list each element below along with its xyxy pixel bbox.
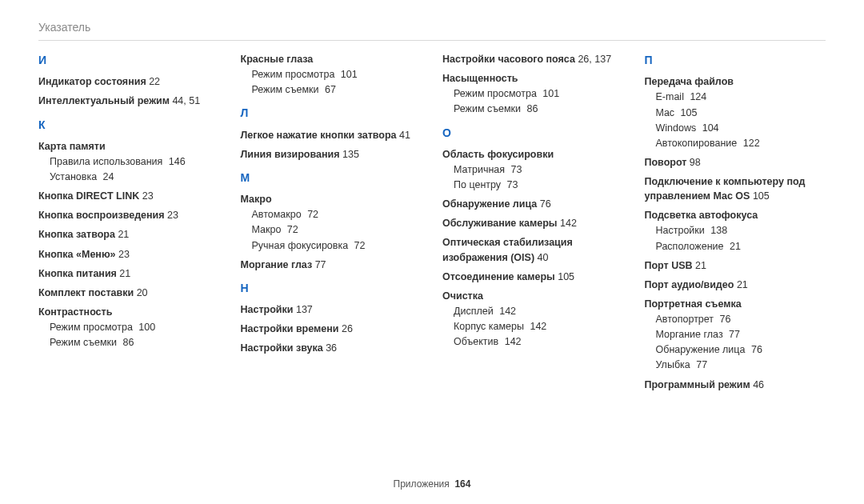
- index-entry: Настройки 137: [241, 302, 422, 317]
- index-term-line: Карта памяти: [38, 139, 220, 154]
- index-pages: 26, 137: [575, 54, 611, 65]
- index-subentries: Автомакро 72Макро 72Ручная фокусировка 7…: [252, 207, 422, 252]
- index-subentry: Настройки 138: [656, 223, 826, 238]
- index-term-line: Кнопка «Меню» 23: [38, 247, 220, 262]
- index-term-line: Настройки звука 36: [241, 341, 422, 355]
- index-subentry-label: Режим съемки: [50, 337, 117, 348]
- index-pages: 21: [693, 260, 706, 271]
- index-entry: Кнопка затвора 21: [38, 227, 220, 242]
- index-entry: Портретная съемкаАвтопортрет 76Моргание …: [645, 297, 826, 373]
- index-column: Настройки часового пояса 26, 137Насыщенн…: [442, 52, 624, 397]
- index-pages: 36: [323, 342, 337, 354]
- index-term-line: Комплект поставки 20: [38, 286, 220, 300]
- index-subentry-pages: 24: [100, 171, 114, 182]
- index-term: Настройки часового пояса: [442, 54, 575, 65]
- index-subentries: Автопортрет 76Моргание глаз 77Обнаружени…: [656, 312, 826, 373]
- index-subentry: Установка 24: [50, 170, 220, 184]
- index-subentry-pages: 73: [508, 164, 522, 175]
- index-term-line: Линия визирования 135: [241, 147, 422, 162]
- index-term-line: Отсоединение камеры 105: [442, 270, 624, 284]
- index-subentry-label: Режим просмотра: [252, 69, 335, 80]
- index-subentry-pages: 122: [740, 138, 759, 149]
- index-letter: Л: [241, 105, 422, 121]
- index-subentries: Матричная 73По центру 73: [454, 162, 624, 192]
- index-subentry-pages: 77: [694, 359, 707, 370]
- index-term: Программный режим: [645, 379, 750, 390]
- index-pages: 135: [340, 149, 359, 160]
- index-term-line: Интеллектуальный режим 44, 51: [38, 94, 220, 108]
- index-subentry-label: Автопортрет: [656, 314, 714, 325]
- index-entry: Интеллектуальный режим 44, 51: [38, 94, 220, 108]
- index-subentries: Настройки 138Расположение 21: [656, 223, 826, 253]
- index-pages: 137: [293, 304, 312, 315]
- index-subentry: Режим съемки 86: [50, 335, 220, 350]
- index-entry: Линия визирования 135: [241, 147, 422, 162]
- index-pages: 98: [686, 157, 700, 168]
- index-subentry: Windows 104: [656, 121, 826, 135]
- index-pages: 22: [146, 76, 160, 87]
- index-entry: Настройки часового пояса 26, 137: [442, 52, 624, 66]
- index-subentry-pages: 104: [699, 122, 718, 134]
- index-subentry: Автокопирование 122: [656, 136, 826, 150]
- index-subentry-label: Дисплей: [454, 306, 494, 317]
- index-pages: 142: [558, 218, 577, 229]
- index-subentry-label: По центру: [454, 179, 501, 190]
- index-subentry-pages: 72: [351, 240, 365, 251]
- index-entry: Оптическая стабилизация изображения (OIS…: [442, 235, 624, 264]
- index-entry: Индикатор состояния 22: [38, 74, 220, 89]
- index-term: Настройки: [241, 304, 294, 315]
- index-subentry-label: Корпус камеры: [454, 321, 524, 332]
- index-pages: 21: [117, 268, 130, 279]
- index-term-line: Настройки часового пояса 26, 137: [442, 52, 624, 66]
- index-subentry-pages: 124: [687, 91, 706, 102]
- index-subentry-pages: 101: [338, 69, 357, 80]
- index-entry: Отсоединение камеры 105: [442, 270, 624, 284]
- index-term-line: Очистка: [442, 289, 624, 303]
- index-subentry: Правила использования 146: [50, 154, 220, 169]
- index-pages: 20: [134, 287, 147, 298]
- index-term: Подключение к компьютеру под управлением…: [645, 176, 806, 202]
- index-term: Насыщенность: [442, 73, 518, 84]
- index-entry: Красные глазаРежим просмотра 101Режим съ…: [241, 52, 422, 97]
- index-subentry-label: Автомакро: [252, 209, 302, 220]
- index-term-line: Область фокусировки: [442, 147, 624, 162]
- index-subentry-pages: 105: [678, 107, 697, 118]
- index-term-line: Настройки времени 26: [241, 322, 422, 336]
- index-entry: Подключение к компьютеру под управлением…: [645, 174, 826, 203]
- index-term-line: Обслуживание камеры 142: [442, 216, 624, 230]
- index-subentry-pages: 86: [524, 103, 538, 114]
- index-term-line: Настройки 137: [241, 302, 422, 317]
- index-entry: МакроАвтомакро 72Макро 72Ручная фокусиро…: [241, 192, 422, 253]
- index-pages: 46: [750, 379, 764, 390]
- index-column: ИИндикатор состояния 22Интеллектуальный …: [38, 52, 220, 397]
- index-subentry-pages: 100: [136, 322, 155, 333]
- index-entry: Настройки звука 36: [241, 341, 422, 355]
- index-subentry-pages: 146: [166, 156, 185, 167]
- index-term: Кнопка DIRECT LINK: [38, 190, 139, 202]
- index-pages: 77: [312, 259, 326, 270]
- index-subentry-pages: 142: [502, 336, 521, 347]
- index-subentry-pages: 67: [322, 84, 336, 95]
- index-term-line: Контрастность: [38, 305, 220, 319]
- index-subentry: Автопортрет 76: [656, 312, 826, 326]
- index-subentry-pages: 86: [120, 337, 134, 348]
- index-letter: Н: [241, 280, 422, 296]
- index-subentry-pages: 76: [748, 344, 762, 355]
- index-term: Порт аудио/видео: [645, 279, 734, 290]
- footer-page-number: 164: [454, 478, 470, 490]
- index-pages: 23: [116, 249, 130, 260]
- page: Указатель ИИндикатор состояния 22Интелле…: [0, 0, 864, 504]
- index-entry: Обнаружение лица 76: [442, 197, 624, 211]
- index-subentry: Дисплей 142: [454, 304, 624, 318]
- index-subentry-label: Установка: [50, 171, 97, 182]
- index-subentry-label: Макро: [252, 224, 282, 235]
- index-term-line: Порт USB 21: [645, 258, 826, 273]
- index-subentry: Режим просмотра 101: [454, 86, 624, 101]
- index-term-line: Кнопка воспроизведения 23: [38, 208, 220, 222]
- index-subentries: Режим просмотра 100Режим съемки 86: [50, 320, 220, 350]
- index-entry: Комплект поставки 20: [38, 286, 220, 300]
- divider: [38, 40, 826, 41]
- index-subentries: Дисплей 142Корпус камеры 142Объектив 142: [454, 304, 624, 349]
- index-subentry: Mac 105: [656, 106, 826, 120]
- index-term: Кнопка затвора: [38, 229, 115, 240]
